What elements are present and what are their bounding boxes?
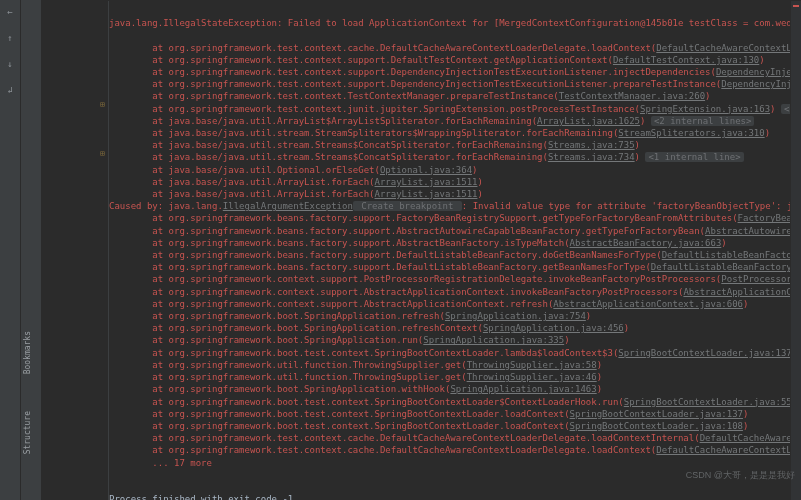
watermark: CSDN @大哥，是是是我好 (686, 469, 795, 482)
structure-tab[interactable]: Structure (21, 405, 41, 460)
arrow-up-icon[interactable]: ↑ (4, 32, 16, 44)
console-gutter: ⊞ ⊞ (42, 1, 109, 500)
left-toolbar: ← ↑ ↓ ↲ (0, 0, 21, 500)
left-tool-window-tabs: Structure Bookmarks (21, 0, 42, 500)
error-stripe (790, 1, 801, 500)
arrow-left-icon[interactable]: ← (4, 6, 16, 18)
gutter-marker-icon[interactable]: ⊞ (100, 149, 108, 157)
gutter-marker-icon[interactable]: ⊞ (100, 100, 108, 108)
console-panel: ⊞ ⊞ java.lang.IllegalStateException: Fai… (42, 0, 801, 500)
bookmarks-tab[interactable]: Bookmarks (21, 325, 41, 380)
wrap-icon[interactable]: ↲ (4, 84, 16, 96)
arrow-down-icon[interactable]: ↓ (4, 58, 16, 70)
console-output[interactable]: java.lang.IllegalStateException: Failed … (109, 1, 790, 500)
